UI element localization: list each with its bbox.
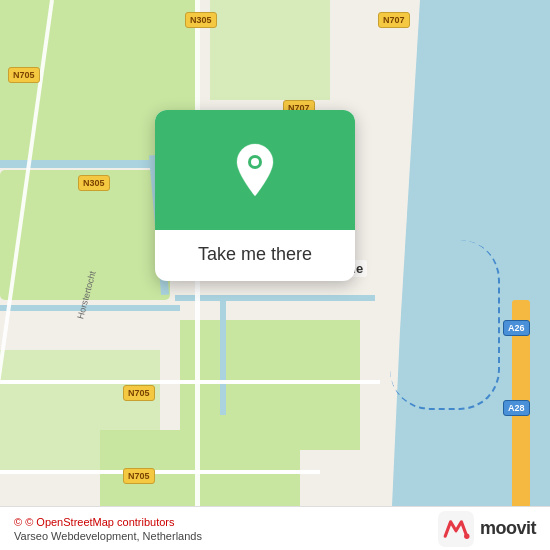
- water-channel-4: [220, 295, 226, 415]
- bottom-left-info: © © OpenStreetMap contributors Varseo We…: [14, 516, 202, 542]
- road-shield-a26: A26: [503, 320, 530, 336]
- popup-card: Take me there: [155, 110, 355, 281]
- water-channel-5: [0, 305, 180, 311]
- road-shield-n705-bottom2: N705: [123, 468, 155, 484]
- bottom-bar: © © OpenStreetMap contributors Varseo We…: [0, 506, 550, 550]
- attribution-text: © © OpenStreetMap contributors: [14, 516, 202, 528]
- road-shield-n707-topright: N707: [378, 12, 410, 28]
- road-shield-n305-mid: N305: [78, 175, 110, 191]
- road-shield-n705-topleft: N705: [8, 67, 40, 83]
- water-channel-3: [175, 295, 375, 301]
- location-pin-icon: [231, 142, 279, 198]
- road-shield-n705-bottom: N705: [123, 385, 155, 401]
- svg-point-1: [251, 158, 259, 166]
- take-me-there-button[interactable]: Take me there: [178, 230, 332, 281]
- svg-point-3: [464, 533, 469, 538]
- road-horizontal-2: [0, 470, 320, 474]
- map-container: N705 N305 N707 N707 N305 N705 N705 A28 A…: [0, 0, 550, 550]
- dashed-route: [390, 240, 500, 410]
- popup-green-header: [155, 110, 355, 230]
- road-shield-a28: A28: [503, 400, 530, 416]
- green-polder-4: [210, 0, 330, 100]
- moovit-brand-text: moovit: [480, 518, 536, 539]
- company-label: Varseo Webdevelopment, Netherlands: [14, 530, 202, 542]
- road-horizontal-1: [0, 380, 380, 384]
- moovit-icon: [438, 511, 474, 547]
- moovit-logo: moovit: [438, 511, 536, 547]
- attribution-label: © OpenStreetMap contributors: [25, 516, 174, 528]
- road-shield-n305-top: N305: [185, 12, 217, 28]
- copyright-symbol: ©: [14, 516, 22, 528]
